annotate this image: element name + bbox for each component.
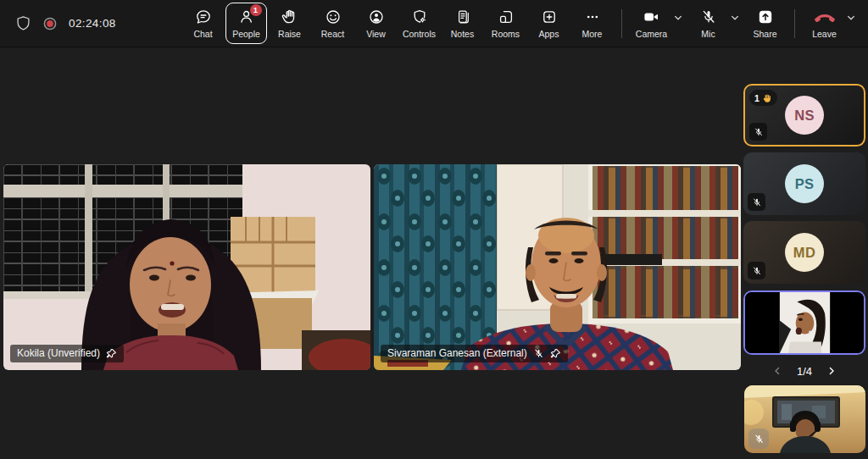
speaking-participant-video-feed xyxy=(745,292,864,353)
toolbar-buttons: Chat 1 People Raise React View xyxy=(181,0,868,47)
react-icon xyxy=(325,8,342,25)
mic-muted-badge xyxy=(748,429,769,449)
recording-icon xyxy=(42,16,58,31)
apps-button[interactable]: Apps xyxy=(527,2,570,46)
share-button[interactable]: Share xyxy=(743,2,787,46)
mic-chevron-down-icon[interactable] xyxy=(730,13,740,23)
controls-button[interactable]: Controls xyxy=(398,2,441,46)
avatar: NS xyxy=(785,96,824,135)
more-label: More xyxy=(582,29,603,39)
chat-button[interactable]: Chat xyxy=(181,2,225,46)
mic-muted-icon xyxy=(752,266,762,276)
next-page-icon[interactable] xyxy=(826,366,837,376)
mic-muted-badge xyxy=(749,123,767,141)
notes-label: Notes xyxy=(451,29,474,39)
pin-icon xyxy=(550,348,561,359)
mic-muted-badge xyxy=(748,262,765,279)
participant-name: Sivaraman Ganesan (External) xyxy=(387,347,527,359)
pin-icon xyxy=(106,348,117,359)
mic-muted-badge xyxy=(748,193,765,211)
camera-label: Camera xyxy=(636,29,667,39)
mic-muted-icon xyxy=(700,8,717,25)
raised-hand-count: 1 xyxy=(754,93,760,103)
kokila-video-feed xyxy=(3,164,370,370)
more-icon xyxy=(584,8,601,25)
share-label: Share xyxy=(753,29,776,39)
share-icon xyxy=(757,8,774,25)
toolbar-divider xyxy=(621,9,622,38)
avatar: MD xyxy=(785,233,824,272)
view-button[interactable]: View xyxy=(354,2,398,46)
controls-label: Controls xyxy=(403,29,436,39)
camera-chevron-down-icon[interactable] xyxy=(673,13,683,23)
raise-hand-button[interactable]: Raise xyxy=(268,2,311,46)
participant-pagination: 1/4 xyxy=(743,360,865,382)
camera-icon xyxy=(643,8,660,25)
toolbar-divider xyxy=(794,9,795,38)
rooms-icon xyxy=(498,8,515,25)
people-button[interactable]: 1 People xyxy=(225,3,267,44)
sivaraman-video-feed xyxy=(374,164,741,370)
controls-icon xyxy=(411,8,428,25)
camera-group: Camera xyxy=(630,2,687,46)
leave-label: Leave xyxy=(812,29,837,39)
page-indicator: 1/4 xyxy=(797,365,812,378)
video-tile-kokila[interactable]: Kokila (Unverified) xyxy=(3,164,370,370)
participant-tile-speaking-video[interactable] xyxy=(743,290,865,355)
apps-icon xyxy=(541,8,558,25)
self-view-tile[interactable] xyxy=(744,385,865,453)
mic-muted-icon xyxy=(754,127,764,137)
video-tile-sivaraman[interactable]: Sivaraman Ganesan (External) xyxy=(374,164,741,370)
meeting-toolbar: 02:24:08 Chat 1 People Raise React xyxy=(0,0,868,47)
chat-icon xyxy=(195,8,212,25)
meeting-status-cluster: 02:24:08 xyxy=(0,15,116,31)
leave-button[interactable]: Leave xyxy=(803,2,846,46)
mic-group: Mic xyxy=(687,2,743,46)
people-icon: 1 xyxy=(238,8,255,25)
mic-button[interactable]: Mic xyxy=(687,2,730,46)
more-button[interactable]: More xyxy=(570,2,614,46)
camera-button[interactable]: Camera xyxy=(630,2,673,46)
participant-name: Kokila (Unverified) xyxy=(17,347,100,359)
mic-muted-icon xyxy=(752,197,762,207)
raise-hand-icon xyxy=(281,8,298,25)
participant-tile-ns[interactable]: 1 NS xyxy=(743,84,865,147)
participant-name-pill: Sivaraman Ganesan (External) xyxy=(381,345,568,362)
leave-group: Leave xyxy=(803,2,860,46)
mic-muted-icon xyxy=(533,348,544,359)
view-label: View xyxy=(366,29,386,39)
view-icon xyxy=(368,8,385,25)
leave-call-icon xyxy=(814,8,836,25)
notes-button[interactable]: Notes xyxy=(441,2,484,46)
chat-label: Chat xyxy=(193,29,212,39)
raised-hand-badge: 1 xyxy=(749,90,777,106)
raise-hand-label: Raise xyxy=(278,29,301,39)
rooms-label: Rooms xyxy=(492,29,520,39)
leave-chevron-down-icon[interactable] xyxy=(846,13,856,23)
raised-hand-icon xyxy=(762,93,772,103)
previous-page-icon[interactable] xyxy=(772,366,782,376)
react-label: React xyxy=(321,29,344,39)
react-button[interactable]: React xyxy=(311,2,354,46)
mic-label: Mic xyxy=(701,29,715,39)
participant-tile-md[interactable]: MD xyxy=(743,221,865,284)
teams-meeting-window: 02:24:08 Chat 1 People Raise React xyxy=(0,0,868,459)
meeting-timer: 02:24:08 xyxy=(69,17,116,30)
mic-muted-icon xyxy=(754,434,765,445)
participant-name-pill: Kokila (Unverified) xyxy=(10,345,124,362)
rooms-button[interactable]: Rooms xyxy=(484,2,527,46)
avatar: PS xyxy=(785,164,824,203)
apps-label: Apps xyxy=(539,29,559,39)
people-label: People xyxy=(232,29,260,39)
notes-icon xyxy=(454,8,471,25)
people-notification-badge: 1 xyxy=(250,4,262,16)
shield-icon xyxy=(15,15,31,31)
participant-tile-ps[interactable]: PS xyxy=(743,152,865,215)
